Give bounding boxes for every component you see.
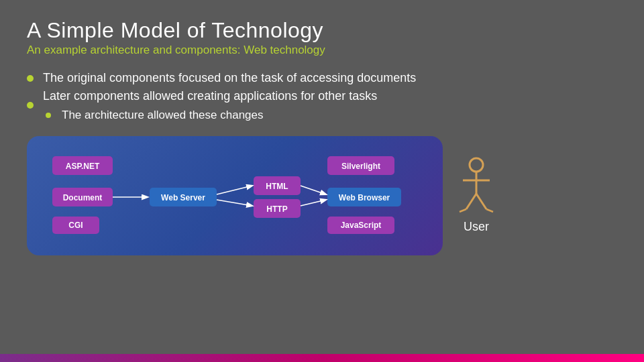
sub-bullet-list: The architecture allowed these changes (43, 107, 617, 124)
svg-text:CGI: CGI (68, 221, 83, 230)
svg-text:JavaScript: JavaScript (341, 221, 382, 230)
svg-line-19 (217, 186, 252, 194)
diagram-area: ASP.NET Silverlight Document Web Server … (27, 136, 617, 255)
bullet-item-1: The original components focused on the t… (27, 69, 617, 87)
svg-text:HTML: HTML (266, 182, 288, 191)
svg-point-23 (470, 158, 483, 172)
svg-text:Silverlight: Silverlight (341, 162, 380, 171)
svg-text:Document: Document (63, 193, 103, 202)
user-area: User (456, 157, 496, 234)
svg-line-26 (466, 194, 476, 209)
bullet-item-2: Later components allowed creating applic… (27, 87, 617, 124)
svg-line-29 (486, 209, 493, 212)
bullet-list: The original components focused on the t… (27, 69, 617, 124)
svg-line-27 (476, 194, 486, 209)
svg-line-22 (301, 200, 326, 206)
svg-line-21 (301, 186, 326, 194)
user-label: User (464, 220, 489, 234)
subtitle: An example architecture and components: … (27, 44, 617, 57)
bottom-bar (0, 354, 644, 362)
sub-bullet-item-1: The architecture allowed these changes (43, 107, 617, 124)
main-title: A Simple Model of Technology (27, 19, 617, 42)
svg-text:Web Server: Web Server (161, 193, 205, 202)
svg-line-28 (460, 209, 466, 212)
user-figure-svg (456, 157, 496, 217)
svg-text:ASP.NET: ASP.NET (66, 162, 100, 171)
svg-line-20 (217, 200, 252, 206)
svg-text:HTTP: HTTP (266, 204, 287, 214)
svg-text:Web Browser: Web Browser (339, 193, 390, 202)
diagram-box: ASP.NET Silverlight Document Web Server … (27, 136, 443, 255)
diagram-svg: ASP.NET Silverlight Document Web Server … (46, 151, 428, 238)
